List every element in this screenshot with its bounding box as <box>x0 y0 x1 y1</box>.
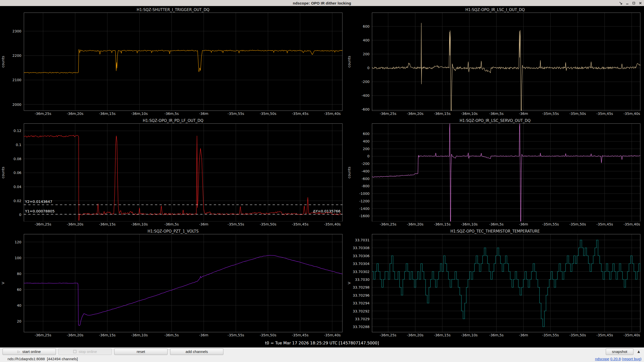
y-tick-label: 0.1 <box>16 143 21 147</box>
y-tick-label: 2000 <box>12 103 21 107</box>
x-tick-label: -35m,45s <box>292 333 308 337</box>
x-tick-label: -36m,5s <box>489 112 504 116</box>
x-tick-label: -36m,10s <box>131 333 148 337</box>
maximize-icon <box>632 2 635 5</box>
x-tick-label: -36m,25s <box>35 333 51 337</box>
x-tick-label: -36m,25s <box>35 222 51 226</box>
y-tick-label: 0.04 <box>14 185 21 189</box>
close-button[interactable] <box>638 1 642 5</box>
maximize-button[interactable] <box>631 1 636 5</box>
trace-line <box>372 23 640 111</box>
x-tick-label: -36m,5s <box>164 222 179 226</box>
ndscope-link[interactable]: ndscope <box>595 357 609 361</box>
x-axis: -36m,25s-36m,20s-36m,15s-36m,10s-36m,5s-… <box>0 221 346 228</box>
y-axis-label: counts <box>346 123 352 222</box>
y-axis-label: counts <box>346 13 352 111</box>
x-tick-label: -36m,15s <box>99 333 115 337</box>
y-tick-label: 40 <box>17 303 21 307</box>
minimize-button[interactable] <box>625 1 629 5</box>
snapshot-label: snapshot <box>612 349 627 354</box>
x-tick-label: -35m,40s <box>324 112 341 116</box>
x-tick-label: -35m,55s <box>228 112 244 116</box>
trace-svg: Y2=0.0143647Y1=0.00078805ΔY=0.0135766 <box>24 123 343 222</box>
y-tick-label: 120 <box>15 240 21 244</box>
y-tick-label: 33.70308 <box>353 246 370 250</box>
x-tick-label: -35m,50s <box>260 333 276 337</box>
x-tick-label: -36m,25s <box>380 112 396 116</box>
add-channels-button[interactable]: add channels <box>170 348 223 355</box>
x-tick-label: -35m,45s <box>292 222 308 226</box>
x-axis: -36m,25s-36m,20s-36m,15s-36m,10s-36m,5s-… <box>0 332 346 338</box>
y-tick-label: 33.70306 <box>353 254 370 258</box>
plot-thermistor-temperature: H1:SQZ-OPO_TEC_THERMISTOR_TEMPERATURE V … <box>346 228 644 338</box>
shade-button[interactable] <box>618 1 623 5</box>
y-tick-label: 33.70302 <box>353 270 370 274</box>
plot-shutter-trigger: H1:SQZ-SHUTTER_I_TRIGGER_OUT_DQ counts 2… <box>0 6 346 117</box>
x-tick-label: -36m,10s <box>461 222 478 226</box>
y-tick-label: 0.08 <box>14 157 21 161</box>
x-tick-label: -36m,5s <box>164 333 179 337</box>
x-tick-label: -36m,10s <box>131 112 148 116</box>
expand-triangle-button[interactable]: ▲ <box>636 349 641 354</box>
plot-canvas[interactable] <box>372 123 640 222</box>
y-tick-label: 600 <box>363 24 370 28</box>
x-tick-label: -36m,20s <box>67 333 83 337</box>
x-tick-label: -36m <box>519 222 528 226</box>
toolbar: ▷ start online stop online reset add cha… <box>0 347 644 355</box>
x-tick-label: -36m,5s <box>164 112 179 116</box>
y-axis-label: V <box>346 234 352 332</box>
y-tick-label: -1400 <box>359 207 370 211</box>
y-tick-label: 80 <box>17 272 21 276</box>
y-tick-label: -200 <box>361 80 370 84</box>
y-tick-label: 100 <box>15 256 21 260</box>
x-tick-label: -36m <box>519 112 528 116</box>
trace-line <box>372 240 640 327</box>
report-bug-link[interactable]: report bug <box>623 357 640 361</box>
cursor-dy-label: ΔY=0.0135766 <box>313 209 340 213</box>
x-tick-label: -35m,50s <box>260 222 276 226</box>
x-tick-label: -36m,15s <box>434 112 451 116</box>
plot-canvas[interactable]: Y2=0.0143647Y1=0.00078805ΔY=0.0135766 <box>24 123 343 222</box>
plot-canvas[interactable] <box>372 234 640 332</box>
version-link[interactable]: 0.20.8 <box>610 357 621 361</box>
statusbar: nds://h1daqnds1:8088 [442494 channels] n… <box>0 355 644 362</box>
start-online-button[interactable]: ▷ start online <box>3 348 56 355</box>
x-tick-label: -35m,40s <box>624 333 640 337</box>
x-tick-label: -35m,50s <box>569 112 586 116</box>
shade-icon <box>619 2 622 5</box>
plot-lsc-servo: H1:SQZ-OPO_IR_LSC_SERVO_OUT_DQ counts 60… <box>346 117 644 228</box>
y-tick-label: 33.7031 <box>355 238 370 242</box>
x-tick-label: -36m,5s <box>489 222 504 226</box>
y-tick-label: -1000 <box>359 192 370 196</box>
x-tick-label: -36m,10s <box>131 222 148 226</box>
y-tick-label: -800 <box>361 184 370 188</box>
y-tick-label: 33.70294 <box>353 301 370 305</box>
y-tick-label: 0.02 <box>14 199 21 203</box>
x-tick-label: -35m,45s <box>292 112 308 116</box>
y-tick-label: 33.7029 <box>355 317 370 321</box>
reset-button[interactable]: reset <box>114 348 168 355</box>
trace-line <box>24 49 343 73</box>
x-tick-label: -35m,55s <box>542 112 559 116</box>
plot-canvas[interactable] <box>24 13 343 111</box>
minimize-icon <box>626 2 629 5</box>
y-tick-label: -1200 <box>359 199 370 203</box>
plot-canvas[interactable] <box>24 234 343 332</box>
x-tick-label: -35m,45s <box>596 112 613 116</box>
y-tick-label: -400 <box>361 169 370 173</box>
x-axis: -36m,25s-36m,20s-36m,15s-36m,10s-36m,5s-… <box>0 111 346 117</box>
y-tick-label: 33.70292 <box>353 309 370 313</box>
t0-label: t0 = Tue Mar 17 2026 18:25:29 UTC [14578… <box>0 338 644 347</box>
snapshot-button[interactable]: snapshot <box>606 348 633 355</box>
trace-line <box>24 255 343 326</box>
y-axis: 12010080604020 <box>6 234 24 332</box>
x-tick-label: -35m,50s <box>569 333 586 337</box>
x-tick-label: -36m,5s <box>489 333 504 337</box>
stop-icon <box>73 350 76 353</box>
stop-online-button: stop online <box>58 348 112 355</box>
trace-line <box>372 123 640 222</box>
x-tick-label: -36m,25s <box>35 112 51 116</box>
x-tick-label: -36m,10s <box>461 333 478 337</box>
plot-canvas[interactable] <box>372 13 640 111</box>
y-tick-label: 400 <box>363 139 370 143</box>
